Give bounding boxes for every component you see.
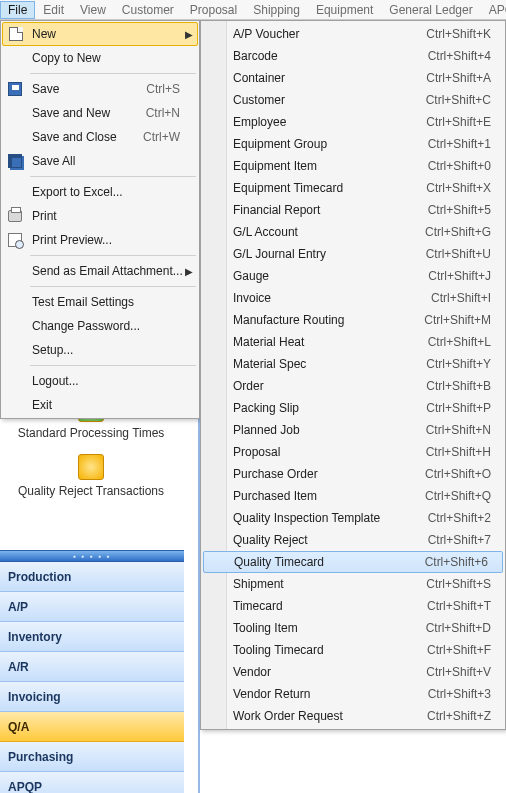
new-manufacture-routing[interactable]: Manufacture RoutingCtrl+Shift+M (201, 309, 505, 331)
blank-icon (2, 290, 28, 314)
submenu-item-label: Purchased Item (233, 489, 425, 503)
new-material-spec[interactable]: Material SpecCtrl+Shift+Y (201, 353, 505, 375)
new-quality-inspection-template[interactable]: Quality Inspection TemplateCtrl+Shift+2 (201, 507, 505, 529)
submenu-item-label: Gauge (233, 269, 428, 283)
sidebar-shortcut-label[interactable]: Standard Processing Times (0, 426, 182, 440)
file-menu[interactable]: New▶Copy to NewSaveCtrl+SSave and NewCtr… (0, 20, 200, 419)
new-material-heat[interactable]: Material HeatCtrl+Shift+L (201, 331, 505, 353)
file-menu-save-all[interactable]: Save All (2, 149, 198, 173)
nav-apqp[interactable]: APQP (0, 772, 184, 793)
nav-splitter[interactable]: ● ● ● ● ● (0, 550, 184, 562)
submenu-item-label: Material Spec (233, 357, 426, 371)
new-purchased-item[interactable]: Purchased ItemCtrl+Shift+Q (201, 485, 505, 507)
submenu-item-shortcut: Ctrl+Shift+6 (425, 555, 502, 569)
blank-icon (2, 369, 28, 393)
file-menu-save[interactable]: SaveCtrl+S (2, 77, 198, 101)
file-menu-setup[interactable]: Setup... (2, 338, 198, 362)
new-barcode[interactable]: BarcodeCtrl+Shift+4 (201, 45, 505, 67)
file-menu-save-and-close[interactable]: Save and CloseCtrl+W (2, 125, 198, 149)
file-menu-test-email-settings[interactable]: Test Email Settings (2, 290, 198, 314)
menu-general-ledger[interactable]: General Ledger (381, 1, 480, 19)
blank-icon (2, 338, 28, 362)
file-menu-copy-to-new[interactable]: Copy to New (2, 46, 198, 70)
submenu-item-label: Customer (233, 93, 426, 107)
new-vendor-return[interactable]: Vendor ReturnCtrl+Shift+3 (201, 683, 505, 705)
submenu-item-shortcut: Ctrl+Shift+B (426, 379, 505, 393)
submenu-item-label: Equipment Item (233, 159, 428, 173)
blank-icon (2, 125, 28, 149)
file-menu-print[interactable]: Print (2, 204, 198, 228)
new-container[interactable]: ContainerCtrl+Shift+A (201, 67, 505, 89)
new-tooling-timecard[interactable]: Tooling TimecardCtrl+Shift+F (201, 639, 505, 661)
new-order[interactable]: OrderCtrl+Shift+B (201, 375, 505, 397)
submenu-item-shortcut: Ctrl+Shift+N (426, 423, 505, 437)
file-menu-change-password[interactable]: Change Password... (2, 314, 198, 338)
menu-equipment[interactable]: Equipment (308, 1, 381, 19)
new-equipment-group[interactable]: Equipment GroupCtrl+Shift+1 (201, 133, 505, 155)
blank-icon (2, 393, 28, 417)
menu-proposal[interactable]: Proposal (182, 1, 245, 19)
new-purchase-order[interactable]: Purchase OrderCtrl+Shift+O (201, 463, 505, 485)
submenu-item-shortcut: Ctrl+Shift+G (425, 225, 505, 239)
submenu-item-shortcut: Ctrl+Shift+3 (428, 687, 505, 701)
file-menu-new[interactable]: New▶ (2, 22, 198, 46)
menu-item-label: Logout... (28, 374, 198, 388)
file-menu-exit[interactable]: Exit (2, 393, 198, 417)
submenu-item-label: Financial Report (233, 203, 428, 217)
menu-apqp[interactable]: APQP (481, 1, 506, 19)
menu-item-shortcut: Ctrl+W (143, 130, 198, 144)
sidebar-shortcut-label[interactable]: Quality Reject Transactions (0, 484, 182, 498)
blank-icon (2, 314, 28, 338)
nav-inventory[interactable]: Inventory (0, 622, 184, 652)
submenu-item-label: Material Heat (233, 335, 428, 349)
new-invoice[interactable]: InvoiceCtrl+Shift+I (201, 287, 505, 309)
new-tooling-item[interactable]: Tooling ItemCtrl+Shift+D (201, 617, 505, 639)
new-quality-reject[interactable]: Quality RejectCtrl+Shift+7 (201, 529, 505, 551)
preview-icon (2, 228, 28, 252)
file-menu-export-to-excel[interactable]: Export to Excel... (2, 180, 198, 204)
nav-purchasing[interactable]: Purchasing (0, 742, 184, 772)
submenu-item-shortcut: Ctrl+Shift+I (431, 291, 505, 305)
menu-file[interactable]: File (0, 1, 35, 19)
new-employee[interactable]: EmployeeCtrl+Shift+E (201, 111, 505, 133)
new-vendor[interactable]: VendorCtrl+Shift+V (201, 661, 505, 683)
menu-shipping[interactable]: Shipping (245, 1, 308, 19)
nav-a-p[interactable]: A/P (0, 592, 184, 622)
quality-reject-transactions-icon[interactable] (78, 454, 104, 480)
menu-view[interactable]: View (72, 1, 114, 19)
submenu-item-shortcut: Ctrl+Shift+4 (428, 49, 505, 63)
new-gauge[interactable]: GaugeCtrl+Shift+J (201, 265, 505, 287)
new-quality-timecard[interactable]: Quality TimecardCtrl+Shift+6 (203, 551, 503, 573)
submenu-arrow-icon: ▶ (185, 29, 193, 40)
new-packing-slip[interactable]: Packing SlipCtrl+Shift+P (201, 397, 505, 419)
new-g-l-account[interactable]: G/L AccountCtrl+Shift+G (201, 221, 505, 243)
saveall-icon (2, 149, 28, 173)
nav-a-r[interactable]: A/R (0, 652, 184, 682)
menubar[interactable]: FileEditViewCustomerProposalShippingEqui… (0, 0, 506, 20)
new-planned-job[interactable]: Planned JobCtrl+Shift+N (201, 419, 505, 441)
submenu-item-shortcut: Ctrl+Shift+C (426, 93, 505, 107)
menu-edit[interactable]: Edit (35, 1, 72, 19)
new-proposal[interactable]: ProposalCtrl+Shift+H (201, 441, 505, 463)
submenu-item-label: Quality Inspection Template (233, 511, 428, 525)
nav-invoicing[interactable]: Invoicing (0, 682, 184, 712)
new-equipment-timecard[interactable]: Equipment TimecardCtrl+Shift+X (201, 177, 505, 199)
file-menu-logout[interactable]: Logout... (2, 369, 198, 393)
new-submenu[interactable]: A/P VoucherCtrl+Shift+KBarcodeCtrl+Shift… (200, 20, 506, 730)
submenu-item-label: Purchase Order (233, 467, 425, 481)
new-timecard[interactable]: TimecardCtrl+Shift+T (201, 595, 505, 617)
nav-q-a[interactable]: Q/A (0, 712, 184, 742)
submenu-item-shortcut: Ctrl+Shift+V (426, 665, 505, 679)
new-financial-report[interactable]: Financial ReportCtrl+Shift+5 (201, 199, 505, 221)
new-customer[interactable]: CustomerCtrl+Shift+C (201, 89, 505, 111)
nav-production[interactable]: Production (0, 562, 184, 592)
new-work-order-request[interactable]: Work Order RequestCtrl+Shift+Z (201, 705, 505, 727)
new-equipment-item[interactable]: Equipment ItemCtrl+Shift+0 (201, 155, 505, 177)
new-a-p-voucher[interactable]: A/P VoucherCtrl+Shift+K (201, 23, 505, 45)
file-menu-save-and-new[interactable]: Save and NewCtrl+N (2, 101, 198, 125)
new-shipment[interactable]: ShipmentCtrl+Shift+S (201, 573, 505, 595)
file-menu-print-preview[interactable]: Print Preview... (2, 228, 198, 252)
new-g-l-journal-entry[interactable]: G/L Journal EntryCtrl+Shift+U (201, 243, 505, 265)
file-menu-send-as-email-attachment[interactable]: Send as Email Attachment...▶ (2, 259, 198, 283)
menu-customer[interactable]: Customer (114, 1, 182, 19)
